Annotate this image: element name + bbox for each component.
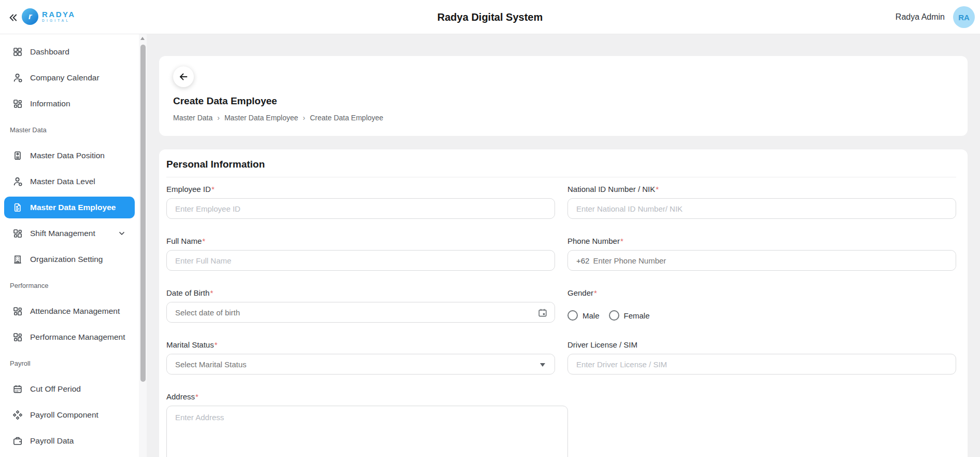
breadcrumb-item[interactable]: Master Data — [173, 114, 212, 122]
sidebar-item-information[interactable]: Information — [0, 91, 139, 117]
breadcrumb-item[interactable]: Master Data Employee — [224, 114, 298, 122]
building-icon — [12, 254, 23, 265]
user-name: Radya Admin — [896, 12, 945, 22]
label-text: Address — [166, 392, 195, 401]
clipboard-icon — [12, 150, 23, 161]
sidebar-item-label: Attendance Management — [30, 307, 120, 316]
calendar-icon — [12, 384, 23, 394]
field-label: Address* — [166, 392, 568, 401]
scrollbar-up-arrow-icon[interactable] — [140, 37, 145, 40]
field-address: Address* — [166, 392, 568, 457]
required-asterisk: * — [215, 340, 218, 349]
sidebar-item-dashboard[interactable]: Dashboard — [0, 39, 139, 65]
national-id-input[interactable] — [567, 198, 956, 219]
logo-text: RADYA DIGITAL — [42, 10, 75, 23]
field-label: Marital Status* — [166, 340, 555, 349]
sidebar-item-organization-setting[interactable]: Organization Setting — [0, 246, 139, 272]
wallet-icon — [12, 436, 23, 446]
brand-logo[interactable]: r RADYA DIGITAL — [22, 8, 75, 25]
label-text: Gender — [567, 288, 593, 297]
sidebar-item-attendance-management[interactable]: Attendance Management — [0, 298, 139, 324]
sidebar-item-payroll-component[interactable]: Payroll Component — [0, 402, 139, 428]
radio-label: Female — [624, 311, 650, 320]
required-asterisk: * — [195, 392, 198, 401]
sidebar-item-master-data-level[interactable]: Master Data Level — [0, 169, 139, 195]
logo-brand: RADYA — [42, 10, 75, 18]
field-label: Employee ID* — [166, 185, 555, 193]
breadcrumb-separator: › — [303, 114, 305, 122]
radio-circle-icon[interactable] — [609, 310, 619, 321]
personal-information-card: Personal Information Employee ID* Nation… — [159, 149, 968, 457]
field-gender: Gender* Male Female — [567, 288, 956, 323]
calendar-picker-icon[interactable] — [537, 308, 548, 318]
sidebar-item-performance-management[interactable]: Performance Management — [0, 324, 139, 350]
field-label: Gender* — [567, 288, 956, 297]
chevron-down-icon — [118, 230, 125, 237]
user-avatar[interactable]: RA — [953, 6, 975, 28]
radio-label: Male — [583, 311, 600, 320]
full-name-input[interactable] — [166, 250, 555, 271]
sidebar-item-master-data-employee[interactable]: Master Data Employee — [4, 197, 135, 218]
marital-status-select-wrap — [166, 354, 555, 375]
field-label: Phone Number* — [567, 237, 956, 245]
phone-country-prefix: +62 — [568, 256, 589, 265]
required-asterisk: * — [594, 288, 597, 297]
sidebar-item-label: Company Calendar — [30, 73, 100, 82]
sidebar-item-wrap: Master Data Employee — [0, 195, 139, 220]
sidebar-section-performance: Performance — [0, 272, 139, 298]
field-label: National ID Number / NIK* — [567, 185, 956, 193]
employee-id-input[interactable] — [166, 198, 555, 219]
gender-radio-female[interactable]: Female — [609, 310, 650, 321]
app-title: Radya Digital System — [437, 0, 543, 34]
required-asterisk: * — [210, 288, 213, 297]
gender-radio-group: Male Female — [567, 310, 956, 321]
driver-license-input[interactable] — [567, 354, 956, 375]
radio-circle-icon[interactable] — [567, 310, 578, 321]
sidebar-collapse-button[interactable] — [5, 10, 20, 25]
sidebar-item-label: Payroll Data — [30, 436, 74, 446]
field-employee-id: Employee ID* — [166, 185, 555, 219]
sidebar-item-cut-off-period[interactable]: Cut Off Period — [0, 376, 139, 402]
logo-subtitle: DIGITAL — [42, 19, 75, 23]
sidebar-scrollbar[interactable] — [139, 34, 147, 457]
sidebar-item-payroll-data[interactable]: Payroll Data — [0, 428, 139, 454]
label-text: Date of Birth — [166, 288, 209, 297]
sidebar-item-label: Master Data Position — [30, 151, 105, 160]
sidebar: Dashboard Company Calendar Information M… — [0, 34, 147, 457]
breadcrumb: Master Data › Master Data Employee › Cre… — [173, 114, 954, 122]
sidebar-nav: Dashboard Company Calendar Information M… — [0, 34, 139, 454]
grid-alt-icon — [12, 228, 23, 239]
date-input-wrap — [166, 302, 555, 323]
sidebar-item-company-calendar[interactable]: Company Calendar — [0, 65, 139, 91]
page-header-card: Create Data Employee Master Data › Maste… — [159, 56, 968, 136]
label-text: Employee ID — [166, 185, 211, 193]
required-asterisk: * — [656, 185, 659, 193]
arrow-left-icon — [178, 72, 189, 82]
phone-number-input[interactable] — [589, 251, 956, 270]
sidebar-item-label: Shift Management — [30, 229, 95, 238]
field-full-name: Full Name* — [166, 237, 555, 271]
date-of-birth-input[interactable] — [167, 302, 555, 322]
sidebar-section-payroll: Payroll — [0, 350, 139, 376]
sidebar-item-label: Dashboard — [30, 47, 69, 57]
field-national-id: National ID Number / NIK* — [567, 185, 956, 219]
sidebar-section-master-data: Master Data — [0, 117, 139, 143]
breadcrumb-item-current: Create Data Employee — [310, 114, 384, 122]
marital-status-select[interactable] — [167, 354, 555, 374]
grid-icon — [12, 47, 23, 57]
user-area: Radya Admin RA — [896, 0, 980, 34]
address-textarea[interactable] — [166, 406, 568, 457]
sidebar-item-master-data-position[interactable]: Master Data Position — [0, 143, 139, 169]
sidebar-item-shift-management[interactable]: Shift Management — [0, 220, 139, 246]
label-text: Full Name — [166, 237, 202, 245]
back-button[interactable] — [173, 66, 194, 87]
field-phone-number: Phone Number* +62 — [567, 237, 956, 271]
dropdown-caret-icon[interactable] — [540, 363, 545, 367]
label-text: Driver License / SIM — [567, 340, 637, 349]
label-text: Phone Number — [567, 237, 620, 245]
scrollbar-thumb[interactable] — [140, 45, 146, 382]
sidebar-item-label: Payroll Component — [30, 410, 98, 420]
form-grid: Employee ID* National ID Number / NIK* F… — [166, 185, 956, 375]
gender-radio-male[interactable]: Male — [567, 310, 600, 321]
sidebar-item-label: Organization Setting — [30, 255, 103, 264]
